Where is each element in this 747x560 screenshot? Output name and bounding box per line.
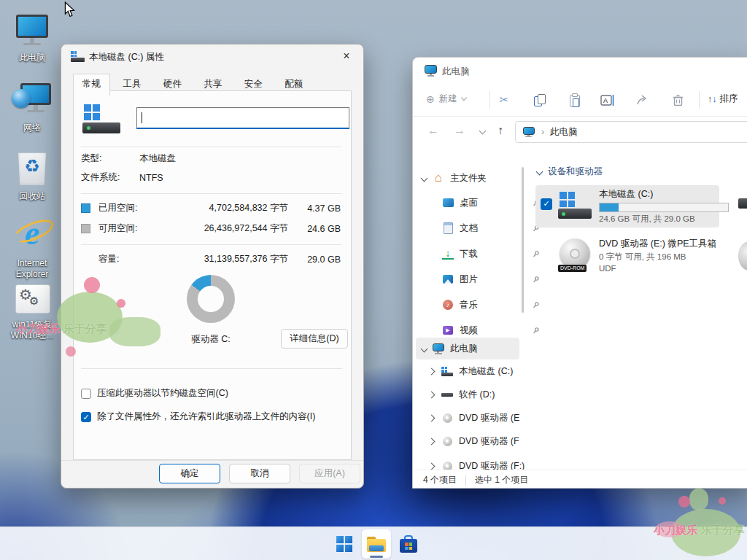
internet-explorer-icon: e [12, 213, 53, 254]
partial-drive-icon [738, 198, 747, 209]
this-pc-icon [14, 10, 50, 48]
gears-window-icon: ⚙ ⚙ [13, 283, 51, 315]
copy-icon [534, 94, 545, 106]
active-indicator [370, 556, 383, 558]
cancel-button[interactable]: 取消 [229, 464, 290, 483]
items-count: 4 个项目 [423, 474, 457, 486]
tile-dvd-e[interactable]: DVD-ROM DVD 驱动器 (E:) 微PE工具箱 0 字节 可用, 共 1… [535, 233, 719, 278]
desktop: 此电脑 网络 ♻ 回收站 e Internet Explorer ⚙ ⚙ win… [0, 0, 747, 560]
partial-dvd-icon [738, 241, 747, 271]
checkbox-checked[interactable]: ✓ [81, 412, 91, 422]
desktop-icon-win11-restore[interactable]: ⚙ ⚙ win11恢复 WIN10经... [0, 283, 64, 341]
details-button[interactable]: 详细信息(D) [281, 329, 348, 349]
checkbox-checked-icon[interactable]: ✓ [541, 198, 552, 210]
svg-text:A: A [603, 97, 608, 104]
index-checkbox-row[interactable]: ✓ 除了文件属性外，还允许索引此驱动器上文件的内容(I) [81, 411, 341, 423]
network-icon [12, 79, 53, 118]
new-button[interactable]: ⊕ 新建 [426, 93, 466, 105]
start-button[interactable] [330, 529, 359, 559]
sidebar-item-documents[interactable]: 文档 [416, 217, 546, 239]
checkbox-unchecked[interactable] [81, 389, 91, 399]
explorer-titlebar[interactable]: 此电脑 [413, 58, 747, 84]
paste-button[interactable] [565, 91, 584, 109]
separator [81, 244, 342, 245]
recent-locations-chevron[interactable] [479, 128, 487, 135]
explorer-navbar: ← → ↑ › 此电脑 [413, 116, 747, 148]
dialog-tabs: 常规 工具 硬件 共享 安全 配额 [73, 74, 312, 96]
desktop-icon-this-pc[interactable]: 此电脑 [0, 10, 64, 63]
desktop-icon-recycle-bin[interactable]: ♻ 回收站 [0, 149, 64, 202]
dvd-rom-badge: DVD-ROM [558, 265, 587, 272]
apply-button[interactable]: 应用(A) [299, 464, 360, 483]
volume-label-input[interactable] [136, 107, 349, 129]
sort-button[interactable]: ↑↓ 排序 [708, 93, 738, 105]
capacity-row: 容量: 31,139,557,376 字节 29.0 GB [81, 253, 341, 265]
desktop-icon-internet-explorer[interactable]: e Internet Explorer [0, 213, 64, 280]
capacity-bar [599, 203, 729, 212]
selection-count: 选中 1 个项目 [475, 474, 528, 486]
usage-pie-chart [187, 275, 235, 323]
share-button[interactable] [633, 91, 652, 109]
tab-quota[interactable]: 配额 [275, 74, 312, 94]
up-button[interactable]: ↑ [498, 124, 503, 137]
chevron-icon [421, 174, 428, 182]
general-tab-page: 类型: 本地磁盘 文件系统: NTFS 已用空间: 4,702,584,832 … [73, 90, 352, 460]
explorer-statusbar: 4 个项目 选中 1 个项目 [413, 470, 747, 489]
pictures-icon [442, 273, 454, 285]
document-icon [442, 222, 454, 234]
chevron-icon [428, 368, 436, 375]
desktop-icon-label: 网络 [0, 122, 64, 133]
music-icon: ♪ [442, 299, 454, 311]
back-button[interactable]: ← [427, 124, 439, 137]
tab-general[interactable]: 常规 [73, 74, 110, 96]
drive-caption: 驱动器 C: [167, 333, 255, 346]
sidebar-item-disk-c[interactable]: 本地磁盘 (C:) [416, 360, 533, 382]
breadcrumb-location[interactable]: 此电脑 [550, 126, 578, 139]
sidebar-item-dvd-e[interactable]: DVD 驱动器 (E [416, 407, 533, 429]
compress-checkbox-row[interactable]: 压缩此驱动器以节约磁盘空间(C) [81, 387, 341, 400]
sidebar-item-dvd-f[interactable]: DVD 驱动器 (F [416, 430, 533, 452]
sidebar-item-home[interactable]: ⌂ 主文件夹 [416, 167, 519, 189]
sidebar-scrollbar[interactable] [522, 167, 524, 313]
tab-sharing[interactable]: 共享 [194, 74, 231, 94]
drive-icon [71, 51, 85, 62]
videos-icon: ▶ [442, 324, 454, 336]
close-icon: × [343, 50, 349, 62]
share-icon [636, 94, 649, 106]
sidebar-item-downloads[interactable]: ↓ 下载 [416, 243, 546, 265]
address-bar[interactable]: › 此电脑 [515, 121, 747, 143]
delete-button[interactable] [668, 91, 687, 109]
microsoft-store-button[interactable] [394, 529, 423, 559]
drive-icon [441, 365, 453, 377]
desktop-icon-label: 此电脑 [0, 52, 64, 63]
chevron-icon [428, 414, 436, 421]
forward-button[interactable]: → [454, 124, 465, 137]
tab-security[interactable]: 安全 [235, 74, 272, 94]
volume-label-text[interactable] [137, 108, 349, 128]
pie-chart-hole [198, 286, 224, 312]
sidebar-item-pictures[interactable]: 图片 [416, 268, 546, 290]
sidebar-item-desktop[interactable]: 桌面 [416, 192, 546, 214]
explorer-window: 此电脑 ⊕ 新建 ✂ [412, 57, 747, 489]
sidebar-item-disk-d[interactable]: 软件 (D:) [416, 384, 533, 405]
section-header-devices[interactable]: 设备和驱动器 [537, 166, 603, 178]
tab-tools[interactable]: 工具 [113, 74, 150, 94]
tile-local-disk-c[interactable]: ✓ 本地磁盘 (C:) 24.6 GB 可用, 共 29.0 GB [535, 185, 719, 228]
desktop-icon-network[interactable]: 网络 [0, 79, 64, 133]
sidebar-item-music[interactable]: ♪ 音乐 [416, 294, 546, 316]
rename-button[interactable]: A [598, 91, 617, 109]
chevron-icon [428, 391, 436, 398]
file-explorer-taskbar-button[interactable] [362, 529, 391, 559]
cut-button[interactable]: ✂ [495, 91, 514, 109]
dialog-titlebar[interactable]: 本地磁盘 (C:) 属性 × [61, 44, 363, 68]
home-icon: ⌂ [433, 172, 444, 184]
toolbar-divider [699, 91, 700, 109]
text-caret [142, 112, 142, 123]
sidebar-item-this-pc[interactable]: 此电脑 [416, 338, 519, 359]
tab-hardware[interactable]: 硬件 [154, 74, 191, 94]
ok-button[interactable]: 确定 [159, 464, 220, 483]
copy-button[interactable] [530, 91, 549, 109]
close-button[interactable]: × [331, 46, 362, 66]
filesystem-row: 文件系统: NTFS [81, 171, 341, 184]
free-space-row: 可用空间: 26,436,972,544 字节 24.6 GB [81, 222, 341, 235]
